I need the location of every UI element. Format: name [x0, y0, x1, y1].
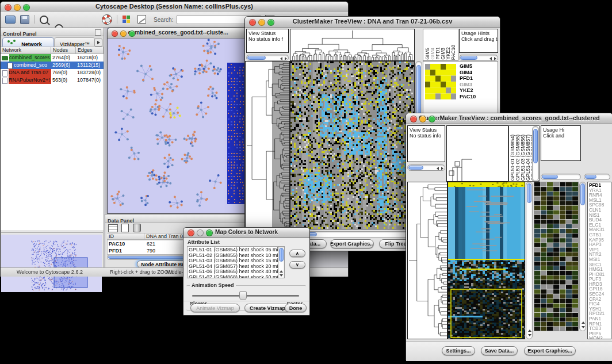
scroll-thumb[interactable] [542, 175, 558, 179]
zoom-button[interactable] [23, 4, 30, 11]
column-label[interactable]: PAC10 [450, 45, 456, 60]
minimize-button[interactable] [258, 19, 265, 26]
open-folder-icon[interactable] [5, 16, 16, 24]
column-label[interactable]: PFD1 [435, 47, 440, 60]
scroll-left-arrow[interactable] [280, 57, 282, 60]
row-label[interactable]: GIM5 [460, 63, 498, 70]
tv2-heatmap-vscrollbar[interactable] [526, 182, 533, 339]
scroll-left-arrow[interactable] [489, 57, 492, 60]
scroll-thumb[interactable] [460, 56, 477, 60]
tv2-zoom-vscrollbar[interactable] [579, 182, 586, 331]
save-icon[interactable] [20, 15, 29, 24]
scroll-thumb[interactable] [247, 56, 266, 60]
zoom-button[interactable] [267, 19, 274, 26]
help-ring-icon[interactable] [102, 14, 112, 25]
scroll-right-arrow[interactable] [441, 167, 443, 170]
row-label[interactable]: GIM3 [460, 82, 498, 88]
minimize-button[interactable] [120, 30, 127, 37]
tv2-save-data-button[interactable]: Save Data... [481, 346, 518, 355]
col-header-nodes[interactable]: Nodes [51, 47, 76, 54]
move-down-button[interactable]: ∨ [289, 261, 305, 269]
col-header-edges[interactable]: Edges [76, 47, 104, 54]
tv1-row-dendrogram[interactable] [245, 61, 290, 229]
tv2-settings-button[interactable]: Settings... [442, 346, 475, 355]
scroll-up-arrow[interactable] [280, 270, 283, 273]
tv2-row-dendrogram[interactable] [407, 182, 447, 339]
network-row[interactable]: DNA and Tran 07 769(0) 183728(0) [1, 69, 104, 76]
network-row[interactable]: combined_scores 2764(0) 16218(0) [1, 54, 104, 62]
column-label[interactable]: GPL51-03 (GSM856) [520, 135, 525, 181]
network-canvas[interactable] [108, 39, 247, 213]
column-label[interactable]: YKE2 [445, 47, 450, 60]
zoom-out-icon[interactable] [40, 16, 48, 24]
row-label[interactable]: YKE2 [460, 87, 498, 94]
scroll-thumb[interactable] [580, 183, 585, 205]
tv2-zoom-heatmap[interactable] [534, 182, 579, 331]
tv1-column-dendrogram[interactable] [290, 29, 415, 61]
zoom-button[interactable] [206, 229, 213, 236]
tv1-hints-hscrollbar[interactable] [459, 55, 498, 61]
column-label[interactable]: GPL51-01 (GSM854) [510, 135, 515, 181]
close-button[interactable] [188, 229, 194, 236]
col-header-network[interactable]: Network [1, 47, 51, 54]
annotation-icon[interactable] [137, 15, 146, 24]
tv1-status-hscrollbar[interactable] [246, 55, 289, 61]
column-label[interactable]: GIM5 [424, 48, 430, 60]
scroll-down-arrow[interactable] [280, 274, 283, 277]
treeview1-titlebar[interactable]: ClusterMaker TreeView : DNA and Tran 07-… [245, 17, 500, 28]
tv2-column-dendrogram[interactable] [446, 125, 508, 182]
data-col-id[interactable]: ID [107, 233, 144, 240]
tv2-hints-hscrollbar[interactable] [541, 174, 581, 180]
scroll-left-arrow[interactable] [437, 167, 439, 170]
scroll-thumb[interactable] [408, 166, 423, 170]
scroll-right-arrow[interactable] [494, 57, 496, 60]
network-view-titlebar[interactable]: combined_scores_good.txt--cluste... [108, 28, 248, 39]
zoom-button[interactable] [129, 30, 135, 37]
column-label[interactable]: GIM3 [440, 48, 445, 60]
scroll-down-arrow[interactable] [528, 334, 531, 336]
scroll-down-arrow[interactable] [582, 326, 585, 328]
main-titlebar[interactable]: Cytoscape Desktop (Session Name: collins… [1, 2, 348, 13]
row-label[interactable]: PFD1 [460, 75, 498, 82]
data-panel-header[interactable]: Data Panel [105, 214, 247, 223]
gene-label[interactable]: MON2 [589, 336, 610, 339]
close-button[interactable] [410, 116, 417, 122]
speed-slider-thumb[interactable] [239, 291, 247, 300]
birdseye-panel[interactable] [1, 232, 103, 269]
column-label[interactable]: GPL51-02 (GSM855) [515, 135, 520, 181]
close-button[interactable] [5, 4, 12, 11]
trash-icon[interactable] [133, 224, 141, 232]
data-row-value[interactable]: 790 [147, 247, 155, 254]
float-panel-icon[interactable] [95, 29, 101, 36]
attribute-item[interactable]: GPL51-07 (GSM868) heat shock 60 min [189, 275, 283, 278]
scroll-thumb[interactable] [527, 183, 531, 203]
search-input[interactable] [177, 15, 254, 24]
scroll-right-arrow[interactable] [285, 57, 287, 60]
network-row[interactable]: RNAPuberNov2+! 563(0) 107847(0) [1, 76, 104, 84]
birdseye-canvas[interactable] [1, 235, 102, 292]
network-row[interactable]: combined_sco 2569(6) 13112(15) [1, 62, 104, 69]
new-doc-icon[interactable] [121, 224, 129, 232]
scroll-up-arrow[interactable] [582, 321, 585, 324]
close-button[interactable] [112, 30, 118, 37]
tab-vizmapper[interactable]: VizMapper™ [54, 37, 95, 47]
scroll-thumb[interactable] [585, 175, 596, 179]
row-label[interactable]: GIM4 [460, 70, 498, 76]
animate-vizmap-button[interactable]: Animate Vizmap [190, 304, 240, 312]
attribute-list[interactable]: GPL51-01 (GSM854) heat shock 05 minGPL51… [187, 246, 285, 278]
column-label[interactable]: GIM4 [430, 48, 435, 60]
tv2-labels-vscrollbar[interactable] [532, 126, 539, 181]
tv2-export-graphics-button[interactable]: Export Graphics... [524, 346, 576, 355]
zoom-button[interactable] [429, 116, 435, 122]
scroll-thumb[interactable] [279, 248, 284, 262]
tab-network[interactable]: Network [2, 37, 54, 47]
column-label[interactable]: GPL51-04 (GSM857) [525, 135, 530, 181]
tv1-export-graphics-button[interactable]: Export Graphics... [330, 239, 374, 248]
tv2-genes-hscrollbar[interactable] [584, 174, 610, 180]
dialog-titlebar[interactable]: Map Colors to Network [183, 228, 309, 238]
done-button[interactable]: Done [285, 304, 307, 312]
tab-overflow-button[interactable] [94, 39, 102, 47]
treeview2-titlebar[interactable]: ClusterMaker TreeView : combined_scores_… [406, 113, 612, 124]
data-row-value[interactable]: 621 [147, 240, 155, 247]
table-icon[interactable] [108, 224, 118, 232]
